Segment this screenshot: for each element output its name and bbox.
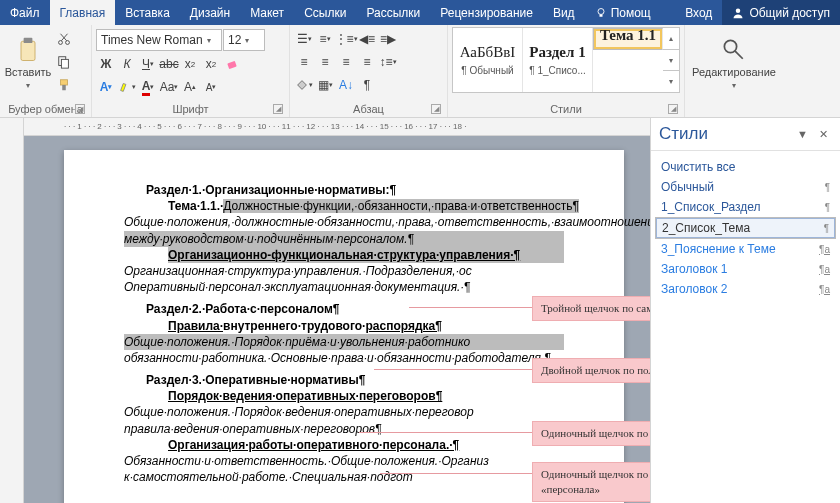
font-name-select[interactable]: Times New Roman▾	[96, 29, 222, 51]
svg-point-2	[736, 8, 741, 13]
bullets-button[interactable]: ☰▾	[294, 29, 314, 49]
style-item-heading1[interactable]: Заголовок 1¶a	[655, 259, 836, 279]
tab-mailings[interactable]: Рассылки	[356, 0, 430, 25]
styles-pane: Стили ▼ ✕ Очистить все Обычный¶ 1_Список…	[650, 118, 840, 503]
tab-layout[interactable]: Макет	[240, 0, 294, 25]
gallery-up[interactable]: ▴	[663, 28, 679, 50]
increase-indent-button[interactable]: ≡▶	[378, 29, 398, 49]
highlight-button[interactable]: ▾	[117, 77, 137, 97]
paragraph-dialog-launcher[interactable]: ◢	[431, 104, 441, 114]
styles-pane-close[interactable]: ✕	[819, 128, 832, 140]
styles-pane-header: Стили ▼ ✕	[651, 118, 840, 151]
multilevel-button[interactable]: ⋮≡▾	[336, 29, 356, 49]
doc-line: Оперативный·персонал·эксплуатационная·до…	[124, 279, 564, 295]
align-left-button[interactable]: ≡	[294, 52, 314, 72]
svg-line-13	[735, 51, 743, 59]
annotation: Одиночный щелчок по слову «Порядок»	[532, 421, 650, 446]
svg-rect-11	[227, 61, 237, 69]
svg-point-6	[66, 41, 70, 45]
clear-format-button[interactable]	[222, 54, 242, 74]
grow-font-button[interactable]: A▴	[180, 77, 200, 97]
tab-file[interactable]: Файл	[0, 0, 50, 25]
style-section[interactable]: Раздел 1 ¶ 1_Списо...	[523, 28, 593, 92]
tab-view[interactable]: Вид	[543, 0, 585, 25]
tab-design[interactable]: Дизайн	[180, 0, 240, 25]
svg-rect-10	[62, 85, 66, 90]
signin[interactable]: Вход	[675, 6, 722, 20]
align-right-button[interactable]: ≡	[336, 52, 356, 72]
shading-button[interactable]: ▾	[294, 75, 314, 95]
doc-line: Раздел·3.·Оперативные·нормативы¶	[146, 372, 564, 388]
format-painter-button[interactable]	[54, 75, 74, 95]
underline-button[interactable]: Ч▾	[138, 54, 158, 74]
style-item-explanation[interactable]: 3_Пояснение к Теме¶a	[655, 239, 836, 259]
shrink-font-button[interactable]: A▾	[201, 77, 221, 97]
cut-button[interactable]	[54, 29, 74, 49]
styles-pane-title: Стили	[659, 124, 708, 144]
copy-button[interactable]	[54, 52, 74, 72]
tab-references[interactable]: Ссылки	[294, 0, 356, 25]
tab-review[interactable]: Рецензирование	[430, 0, 543, 25]
doc-line: правила·ведения·оперативных·переговоров¶	[124, 421, 564, 437]
doc-line: Раздел·1.·Организационные·нормативы:¶	[146, 182, 564, 198]
text-effects-button[interactable]: A▾	[96, 77, 116, 97]
ribbon: Вставить ▾ Буфер обмена◢ Times New Roman…	[0, 25, 840, 118]
annotation: Двойной щелчок по полосе выделения	[532, 358, 650, 383]
tab-insert[interactable]: Вставка	[115, 0, 180, 25]
styles-pane-dropdown[interactable]: ▼	[797, 128, 812, 140]
change-case-button[interactable]: Aa▾	[159, 77, 179, 97]
bold-button[interactable]: Ж	[96, 54, 116, 74]
style-item-list-section[interactable]: 1_Список_Раздел¶	[655, 197, 836, 217]
annotation-leader	[380, 473, 532, 474]
svg-rect-9	[61, 80, 68, 85]
tell-me[interactable]: Помощ	[585, 0, 661, 25]
font-group-label: Шрифт◢	[96, 101, 285, 117]
horizontal-ruler: · · · 1 · · · 2 · · · 3 · · · 4 · · · 5 …	[24, 118, 650, 136]
font-color-button[interactable]: A▾	[138, 77, 158, 97]
borders-button[interactable]: ▦▾	[315, 75, 335, 95]
align-center-button[interactable]: ≡	[315, 52, 335, 72]
italic-button[interactable]: К	[117, 54, 137, 74]
sort-button[interactable]: A↓	[336, 75, 356, 95]
doc-line: Тема·1.1.·Должностные·функции,·обязаннос…	[168, 198, 564, 214]
style-item-list-theme[interactable]: 2_Список_Тема¶	[655, 217, 836, 239]
numbering-button[interactable]: ≡▾	[315, 29, 335, 49]
page[interactable]: Раздел·1.·Организационные·нормативы:¶ Те…	[64, 150, 624, 503]
subscript-button[interactable]: x2	[180, 54, 200, 74]
justify-button[interactable]: ≡	[357, 52, 377, 72]
paste-icon	[14, 36, 42, 64]
style-item-clear[interactable]: Очистить все	[655, 157, 836, 177]
gallery-down[interactable]: ▾	[663, 50, 679, 72]
style-normal[interactable]: АаБбВвІ ¶ Обычный	[453, 28, 523, 92]
strike-button[interactable]: abc	[159, 54, 179, 74]
annotation: Одиночный щелчок по слову «оперативного»…	[532, 462, 650, 502]
show-marks-button[interactable]: ¶	[357, 75, 377, 95]
style-item-normal[interactable]: Обычный¶	[655, 177, 836, 197]
style-preview: Тема 1.1	[600, 27, 656, 44]
font-size-select[interactable]: 12▾	[223, 29, 265, 51]
editing-label: Редактирование	[692, 66, 776, 78]
brush-icon	[57, 78, 71, 92]
svg-point-12	[724, 40, 736, 52]
tab-home[interactable]: Главная	[50, 0, 116, 25]
paste-label: Вставить	[5, 66, 52, 78]
editing-button[interactable]: Редактирование ▾	[689, 27, 779, 101]
paragraph-group-label: Абзац◢	[294, 101, 443, 117]
styles-dialog-launcher[interactable]: ◢	[668, 104, 678, 114]
decrease-indent-button[interactable]: ◀≡	[357, 29, 377, 49]
scissors-icon	[57, 32, 71, 46]
doc-line: Раздел·2.·Работа·с·персоналом¶	[146, 301, 564, 317]
share-label: Общий доступ	[749, 6, 830, 20]
superscript-button[interactable]: x2	[201, 54, 221, 74]
style-preview: АаБбВвІ	[460, 44, 516, 61]
font-dialog-launcher[interactable]: ◢	[273, 104, 283, 114]
line-spacing-button[interactable]: ↕≡▾	[378, 52, 398, 72]
gallery-more[interactable]: ▾	[663, 71, 679, 92]
paste-button[interactable]: Вставить ▾	[4, 27, 52, 101]
document-area[interactable]: ↖ Раздел·1.·Организационные·нормативы:¶ …	[24, 136, 650, 503]
share-button[interactable]: Общий доступ	[722, 0, 840, 25]
styles-list: Очистить все Обычный¶ 1_Список_Раздел¶ 2…	[651, 151, 840, 305]
style-theme[interactable]: Тема 1.1 ¶ 2_Списо...	[593, 28, 663, 50]
clipboard-dialog-launcher[interactable]: ◢	[75, 104, 85, 114]
style-item-heading2[interactable]: Заголовок 2¶a	[655, 279, 836, 299]
